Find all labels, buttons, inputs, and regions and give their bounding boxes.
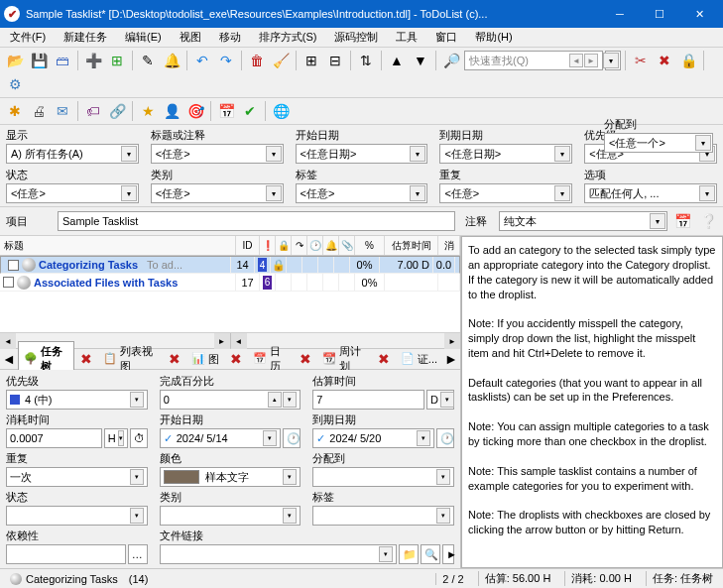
detail-timer-button[interactable]: ⏱ [130, 428, 148, 448]
task-row[interactable]: Categorizing TasksTo ad...144🔒0%7.00 D0.… [0, 256, 460, 274]
collapse-icon[interactable]: ⊟ [324, 50, 346, 71]
selectup-icon[interactable]: ▲ [386, 50, 408, 71]
maximize-button[interactable]: ☐ [640, 0, 679, 28]
save-icon[interactable]: 💾 [28, 50, 50, 71]
menu-sort[interactable]: 排序方式(S) [253, 29, 323, 46]
col-attach[interactable]: 📎 [339, 236, 355, 255]
menu-tools[interactable]: 工具 [390, 29, 423, 46]
newsubtask-icon[interactable]: ⊞ [106, 50, 128, 71]
menu-newtask[interactable]: 新建任务 [58, 29, 113, 46]
saveall-icon[interactable]: 🗃 [52, 50, 73, 71]
calendar-icon[interactable]: 📅 [215, 100, 237, 122]
detail-status[interactable]: ▾ [6, 506, 148, 526]
filter-options[interactable]: 匹配任何人, ...▾ [584, 183, 717, 203]
detail-spent[interactable]: 0.0007 [6, 428, 102, 448]
col-recur[interactable]: ↷ [292, 236, 307, 255]
col-lock[interactable]: 🔒 [276, 236, 292, 255]
cancel-icon[interactable]: ✖ [654, 50, 675, 71]
close-button[interactable]: ✕ [679, 0, 719, 28]
detail-start-time[interactable]: 🕐 [283, 428, 301, 448]
col-remind[interactable]: 🔔 [323, 236, 339, 255]
web-icon[interactable]: 🌐 [270, 100, 292, 122]
tab-scroll-right[interactable]: ► [444, 348, 458, 370]
detail-repeat[interactable]: 一次▾ [6, 467, 148, 487]
col-time[interactable]: 🕑 [307, 236, 323, 255]
filter-repeat[interactable]: <任意>▾ [439, 183, 572, 203]
detail-filelink-open[interactable]: 📁 [399, 544, 419, 564]
check-icon[interactable]: ✔ [239, 100, 261, 122]
detail-alloc[interactable]: ▾ [312, 467, 454, 487]
filter-alloc[interactable]: <任意一个>▾ [604, 133, 713, 153]
filter-category[interactable]: <任意>▾ [151, 183, 284, 203]
task-row[interactable]: Associated Files with Tasks1760% [0, 274, 460, 292]
col-m[interactable]: 消 [438, 236, 460, 255]
filter-icon[interactable]: 🔎 [440, 50, 462, 71]
menu-help[interactable]: 帮助(H) [469, 29, 518, 46]
detail-esttime[interactable]: 7 [312, 390, 424, 410]
filter-startdate[interactable]: <任意日期>▾ [296, 144, 428, 164]
mail-icon[interactable]: ✉ [52, 100, 73, 122]
print-icon[interactable]: 🖨 [28, 100, 50, 122]
project-input[interactable]: Sample Tasklist [58, 211, 455, 231]
menu-window[interactable]: 窗口 [429, 29, 463, 46]
reminder-icon[interactable]: 🔔 [161, 50, 182, 71]
detail-duedate[interactable]: 2024/ 5/20▾ [312, 428, 434, 448]
detail-due-time[interactable]: 🕐 [436, 428, 454, 448]
notes-text[interactable]: To add an category to the selected task … [461, 236, 723, 568]
goal-icon[interactable]: 🎯 [184, 100, 206, 122]
notes-help-button[interactable]: ❔ [697, 210, 719, 232]
detail-startdate[interactable]: 2024/ 5/14▾ [160, 428, 282, 448]
tab-close-2[interactable]: ✖ [165, 348, 184, 370]
tab-close-4[interactable]: ✖ [296, 348, 315, 370]
find-prev-button[interactable]: ◄ [569, 54, 583, 67]
detail-esttime-unit[interactable]: D▾ [426, 390, 454, 410]
expand-icon[interactable]: ⊞ [301, 50, 322, 71]
open-icon[interactable]: 📂 [4, 50, 26, 71]
tab-evidence[interactable]: 📄证... [396, 350, 442, 369]
user-icon[interactable]: 👤 [161, 100, 182, 122]
plugin-icon[interactable]: ✱ [4, 100, 26, 122]
redo-icon[interactable]: ↷ [215, 50, 237, 71]
newtask-icon[interactable]: ➕ [82, 50, 104, 71]
tab-close-1[interactable]: ✖ [76, 348, 96, 370]
detail-category[interactable]: ▾ [160, 506, 301, 526]
tab-close-5[interactable]: ✖ [374, 348, 394, 370]
tag-icon[interactable]: 🏷 [82, 100, 104, 122]
notes-format-select[interactable]: 纯文本▾ [499, 211, 667, 231]
menu-source[interactable]: 源码控制 [328, 29, 384, 46]
tab-close-3[interactable]: ✖ [226, 348, 246, 370]
detail-depends[interactable] [6, 544, 126, 564]
detail-color[interactable]: 样本文字▾ [160, 467, 301, 487]
col-id[interactable]: ID [236, 236, 260, 255]
delete-icon[interactable]: 🗑 [246, 50, 268, 71]
filter-duedate[interactable]: <任意日期>▾ [439, 144, 572, 164]
quick-find-input[interactable]: 快速查找(Q) ◄ ► [464, 51, 603, 70]
detail-pctdone[interactable]: 0▴▾ [160, 390, 301, 410]
filter-status[interactable]: <任意>▾ [6, 183, 139, 203]
tab-scroll-left[interactable]: ◄ [2, 348, 16, 370]
filter-show[interactable]: A) 所有任务(A)▾ [6, 144, 139, 164]
col-pct[interactable]: % [355, 236, 385, 255]
find-options-button[interactable]: ▾ [605, 51, 621, 70]
menu-file[interactable]: 文件(F) [4, 29, 52, 46]
deleteall-icon[interactable]: 🧹 [270, 50, 292, 71]
cut-icon[interactable]: ✂ [630, 50, 652, 71]
detail-spent-unit[interactable]: H▾ [104, 428, 128, 448]
selectdown-icon[interactable]: ▼ [410, 50, 431, 71]
h-scrollbar[interactable]: ◄► ◄► [0, 332, 460, 348]
task-checkbox[interactable] [8, 260, 19, 271]
col-title[interactable]: 标题 [0, 236, 236, 255]
menu-edit[interactable]: 编辑(E) [119, 29, 168, 46]
minimize-button[interactable]: ─ [600, 0, 640, 28]
col-est[interactable]: 估算时间 [385, 236, 438, 255]
detail-filelink[interactable]: ▾ [160, 544, 397, 564]
undo-icon[interactable]: ↶ [191, 50, 213, 71]
col-prio[interactable]: ❗ [260, 236, 276, 255]
find-next-button[interactable]: ► [584, 54, 598, 67]
detail-filelink-find[interactable]: 🔍 [421, 544, 440, 564]
edit-icon[interactable]: ✎ [137, 50, 159, 71]
lock-icon[interactable]: 🔒 [677, 50, 699, 71]
filter-tags[interactable]: <任意>▾ [296, 183, 428, 203]
star-icon[interactable]: ★ [137, 100, 159, 122]
task-checkbox[interactable] [3, 277, 14, 288]
